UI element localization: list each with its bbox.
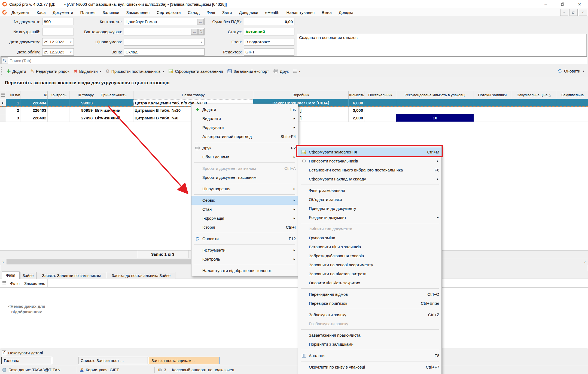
tab-requests-list[interactable]: Список: Заявки пост ... [78, 357, 148, 364]
sub-set-last-supplier[interactable]: Встановити останнього вибраного постачал… [298, 165, 441, 174]
account-date-field[interactable]: 29.12.2023 ∨ [42, 48, 74, 56]
cell-control[interactable] [48, 114, 69, 122]
col-header-recommended[interactable]: Рекомендована кількість в упаковці [396, 91, 474, 99]
cell-num[interactable]: 3 [6, 114, 20, 122]
sub-order-filter[interactable]: Фільтр замовлення [298, 186, 441, 195]
cell-num[interactable]: 1 [6, 99, 20, 106]
chevron-down-icon[interactable]: ∨ [69, 49, 72, 55]
child-restore-icon[interactable] [569, 9, 578, 16]
cell-id[interactable]: 226404 [20, 99, 48, 106]
close-icon[interactable]: × [571, 0, 588, 8]
detail-col-ordered[interactable]: Замовлено [22, 279, 48, 287]
cell-id[interactable]: 226403 [20, 107, 48, 114]
tab-branch[interactable]: Філія [2, 272, 20, 279]
ctx-configure-columns[interactable]: Налаштувати відображення колонок [191, 266, 298, 275]
contractor-field[interactable]: Цапийчук Роман ... [124, 18, 205, 25]
sub-load-pricelist[interactable]: Завантаження прайс-листа [298, 331, 441, 340]
create-order-button[interactable]: Сформувати замовлення [166, 67, 225, 76]
price-condition-field[interactable]: ∨ [124, 38, 205, 46]
col-header-name[interactable]: Назва товару [133, 91, 253, 99]
col-header-qty[interactable]: Кількість [349, 91, 364, 99]
sub-create-warehouse-invoice[interactable]: Сформувати накладну складу ► [298, 174, 441, 183]
tab-supplier-order[interactable]: Заявка поставщикам .. [149, 357, 220, 364]
doc-number-field[interactable] [42, 18, 74, 25]
ctx-add[interactable]: ✚ ДодатиIns [191, 105, 298, 114]
menu-kasa[interactable]: Каса [33, 8, 49, 16]
ctx-history[interactable]: ІсторіяCtrl+I [191, 223, 298, 232]
sub-check-bindings[interactable]: Перевірка прив'язокCtrl+Enter [298, 299, 441, 308]
sub-lock-request[interactable]: Заблокувати заявкуCtrl+Z [298, 310, 441, 319]
minimize-icon[interactable]: – [537, 0, 554, 8]
menu-branches[interactable]: Філії [203, 8, 219, 16]
add-button[interactable]: ✚ Додати [5, 67, 28, 76]
internal-number-input[interactable] [44, 29, 72, 35]
cell-qty[interactable]: 6,000 [349, 99, 364, 106]
sub-split-document[interactable]: Розділити документ ► [298, 213, 441, 222]
ellipsis-button[interactable]: ... [191, 29, 198, 35]
cell-price[interactable] [511, 114, 557, 122]
print-button[interactable]: Друк [271, 67, 291, 76]
menu-ehealth[interactable]: eHealth [262, 8, 283, 16]
cell-stock[interactable] [474, 99, 511, 106]
menu-help[interactable]: Довідка [335, 8, 357, 16]
show-details-checkbox[interactable] [2, 351, 6, 355]
list-options-button[interactable]: ▾ [291, 67, 303, 76]
ctx-data-exchange[interactable]: Обмін даними ► [191, 152, 298, 161]
scroll-right-icon[interactable]: › [582, 258, 588, 265]
search-icon[interactable] [1, 57, 8, 64]
cell-qty[interactable]: 2,000 [349, 114, 364, 122]
menu-windows[interactable]: Вікна [318, 8, 335, 16]
sub-fill-from-assortment[interactable]: Заповнити на основі асортименту [298, 260, 441, 269]
menu-payments[interactable]: Платежі [77, 8, 99, 16]
tab-supplier-request[interactable]: Заявка до постачальника Зайве [107, 272, 175, 279]
col-header-num[interactable]: № п/п [6, 91, 20, 99]
menu-settings[interactable]: Налаштування [283, 8, 318, 16]
cell-product-id[interactable]: 27498 [69, 114, 94, 122]
delete-button[interactable]: ✖ Видалити ▾ [71, 67, 103, 76]
col-header-price[interactable]: Закупівельна ціна △ [511, 91, 557, 99]
doc-date-field[interactable]: 29.12.2023 ∨ [42, 38, 74, 46]
menu-certificates[interactable]: Сертифікати [153, 8, 184, 16]
child-close-icon[interactable]: × [579, 9, 587, 16]
col-header-price2[interactable]: Закупівельна [557, 91, 588, 99]
cell-price2[interactable] [557, 99, 588, 106]
cell-stock[interactable] [474, 107, 511, 114]
col-header-id[interactable]: ІД [20, 91, 48, 99]
ctx-edit[interactable]: Редагувати ► [191, 123, 298, 132]
tab-substitutes[interactable]: Заявка. Залишки по замінникам [36, 272, 106, 279]
sub-transfer-refusals[interactable]: Перекидання відмовCtrl+O [298, 290, 441, 299]
cell-price2[interactable] [557, 114, 588, 122]
cell-control[interactable] [48, 107, 69, 114]
restore-icon[interactable] [554, 0, 571, 8]
cell-id[interactable]: 226402 [20, 114, 48, 122]
sub-merge-requests[interactable]: Об'єднати заявки [298, 195, 441, 204]
cell-qty[interactable]: 3,000 [349, 107, 364, 114]
cell-price2[interactable] [557, 107, 588, 114]
sub-set-prices-from-stock[interactable]: Встановити ціни з залишків [298, 242, 441, 251]
menu-warehouse[interactable]: Склад [184, 8, 203, 16]
global-export-button[interactable]: Загальний експорт [225, 67, 271, 76]
sub-attach-to-document[interactable]: Приєднати до документу [298, 204, 441, 213]
sub-remove-duplicates[interactable]: Забрати дублювання товарів [298, 251, 441, 260]
cell-control[interactable] [48, 99, 69, 106]
search-box[interactable] [1, 56, 587, 64]
doc-number-input[interactable] [44, 19, 72, 25]
ctx-refresh[interactable]: ОновитиF12 [191, 234, 298, 243]
menu-document[interactable]: Документ [8, 8, 33, 16]
detail-col-branch[interactable]: Філія [8, 279, 22, 287]
chevron-down-icon[interactable]: ∨ [69, 38, 72, 45]
edit-row-button[interactable]: ✎ Редагувати рядок [28, 67, 72, 76]
assign-suppliers-button[interactable]: ⚙ Присвоїти постачальників ▾ [103, 67, 166, 76]
cell-origin[interactable] [94, 99, 133, 106]
internal-number-field[interactable] [42, 28, 74, 35]
cell-recommended[interactable]: 10 [396, 114, 474, 122]
ctx-state[interactable]: Стан ► [191, 205, 298, 214]
col-header-supplier[interactable]: Постачальник [364, 91, 396, 99]
search-input[interactable] [9, 57, 582, 64]
zone-field[interactable]: Склад [124, 48, 205, 56]
child-minimize-icon[interactable]: – [560, 9, 568, 16]
sub-update-closed-qty[interactable]: Оновити кількість закритих [298, 278, 441, 287]
cell-product-id[interactable]: 99923 [69, 99, 94, 106]
cell-origin[interactable]: Вітчизняний [94, 107, 133, 114]
sub-assign-suppliers[interactable]: ⚙ Присвоїти постачальників ► [298, 156, 441, 165]
